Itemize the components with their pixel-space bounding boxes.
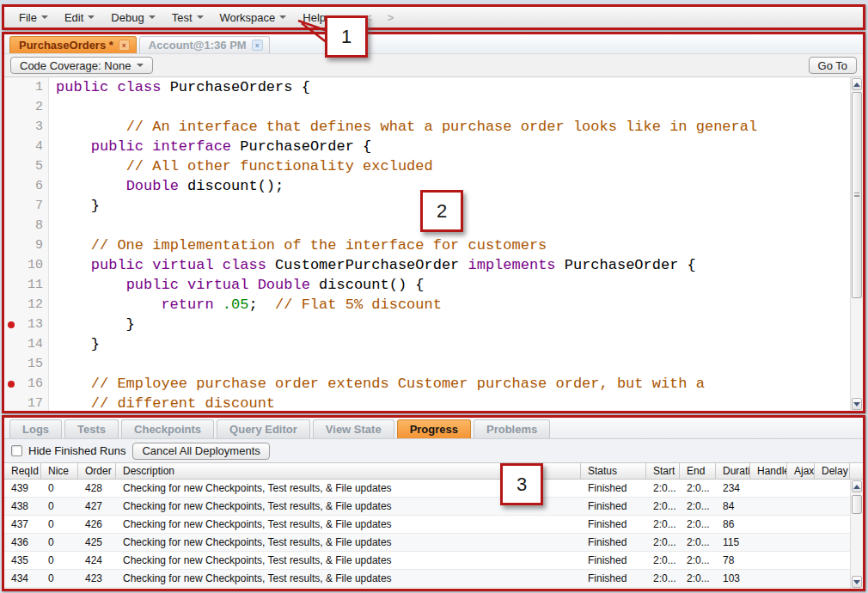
close-icon[interactable]: x — [252, 40, 263, 51]
scroll-up-icon[interactable] — [852, 78, 862, 90]
column-header-end[interactable]: End — [680, 463, 716, 479]
coverage-toolbar: Code Coverage: None Go To — [4, 53, 863, 77]
table-row[interactable]: 4390428Checking for new Checkpoints, Tes… — [4, 480, 863, 498]
column-header-ajax[interactable]: Ajax E — [787, 463, 815, 479]
tab-view-state[interactable]: View State — [313, 419, 394, 438]
line-number[interactable]: 14 — [4, 334, 48, 354]
code-token: public — [91, 138, 144, 155]
tab-query-editor[interactable]: Query Editor — [217, 419, 310, 438]
menu-label: Workspace — [220, 11, 276, 24]
line-number[interactable]: 17 — [4, 394, 48, 413]
line-number[interactable]: 7 — [4, 196, 48, 216]
line-number[interactable]: 5 — [4, 156, 48, 176]
code-coverage-label: Code Coverage: None — [20, 59, 131, 72]
scrollbar-thumb[interactable] — [852, 495, 862, 514]
table-row[interactable]: 4370426Checking for new Checkpoints, Tes… — [4, 516, 863, 534]
cell-order: 423 — [78, 570, 116, 587]
cell-duration: 103 — [716, 570, 750, 587]
menu-file[interactable]: File — [11, 9, 57, 27]
cell-ajax — [787, 570, 815, 587]
line-number[interactable]: 9 — [4, 235, 48, 255]
line-number[interactable]: 10 — [4, 255, 48, 275]
progress-toolbar: Hide Finished Runs Cancel All Deployment… — [4, 439, 863, 462]
code-line: public interface PurchaseOrder { — [56, 137, 850, 156]
column-header-reqid[interactable]: ReqId — [4, 463, 41, 479]
cell-reqid: 438 — [4, 498, 41, 515]
bottom-tab-strip: LogsTestsCheckpointsQuery EditorView Sta… — [4, 418, 863, 439]
line-number[interactable]: 11 — [4, 275, 48, 295]
menu-test[interactable]: Test — [164, 9, 212, 27]
hide-finished-runs-checkbox[interactable] — [11, 445, 22, 456]
line-number[interactable]: 6 — [4, 176, 48, 196]
editor-tab-0[interactable]: PurchaseOrders *x — [9, 36, 137, 53]
line-number[interactable]: 1 — [4, 77, 48, 97]
tab-problems[interactable]: Problems — [474, 419, 550, 438]
tab-logs[interactable]: Logs — [9, 419, 62, 438]
cell-start: 2:0... — [646, 516, 680, 533]
line-number[interactable]: 3 — [4, 117, 48, 137]
table-scrollbar[interactable] — [850, 480, 863, 589]
column-header-delay[interactable]: Delay — [815, 463, 850, 479]
table-row[interactable]: 4360425Checking for new Checkpoints, Tes… — [4, 534, 863, 552]
column-header-start[interactable]: Start — [646, 463, 680, 479]
table-row[interactable]: 4350424Checking for new Checkpoints, Tes… — [4, 552, 863, 570]
code-token: // Employee purchase order extends Custo… — [91, 376, 705, 392]
column-header-status[interactable]: Status — [581, 463, 646, 479]
history-forward-button[interactable]: > — [380, 11, 402, 24]
line-number[interactable]: 13 — [4, 315, 48, 334]
code-token: virtual — [152, 257, 213, 273]
editor-tab-1[interactable]: Account@1:36 PMx — [139, 36, 270, 53]
cell-start: 2:0... — [646, 570, 680, 587]
cell-handler — [750, 480, 787, 497]
code-token: class — [223, 257, 266, 273]
tab-checkpoints[interactable]: Checkpoints — [121, 419, 214, 438]
cancel-all-deployments-button[interactable]: Cancel All Deployments — [132, 443, 269, 460]
editor-scrollbar[interactable] — [850, 77, 863, 411]
cell-delay — [815, 498, 850, 515]
code-line: // One implementation of the interface f… — [56, 235, 850, 255]
cell-order: 427 — [78, 498, 116, 515]
code-token — [56, 178, 126, 194]
scroll-down-icon[interactable] — [852, 576, 862, 588]
line-number[interactable]: 16 — [4, 374, 48, 394]
cell-ajax — [787, 552, 815, 569]
code-coverage-dropdown[interactable]: Code Coverage: None — [10, 57, 153, 74]
menu-workspace[interactable]: Workspace — [212, 9, 296, 27]
goto-button[interactable]: Go To — [809, 57, 857, 74]
line-number[interactable]: 12 — [4, 295, 48, 315]
code-editor[interactable]: 1234567891011121314151617 public class P… — [4, 77, 863, 411]
code-token: PurchaseOrder { — [556, 257, 696, 273]
breakpoint-icon[interactable] — [8, 321, 15, 328]
scroll-up-icon[interactable] — [852, 480, 862, 492]
cell-end: 2:0... — [680, 498, 716, 515]
tab-tests[interactable]: Tests — [64, 419, 119, 438]
table-row[interactable]: 4340423Checking for new Checkpoints, Tes… — [4, 570, 863, 588]
column-header-handler[interactable]: Handler — [750, 463, 787, 479]
menu-edit[interactable]: Edit — [57, 9, 103, 27]
line-number[interactable]: 2 — [4, 97, 48, 117]
code-token — [144, 257, 152, 273]
line-number[interactable]: 15 — [4, 354, 48, 374]
cell-order: 424 — [78, 552, 116, 569]
cell-description: Checking for new Checkpoints, Test resul… — [116, 552, 581, 569]
table-row[interactable]: 4380427Checking for new Checkpoints, Tes… — [4, 498, 863, 516]
line-number-gutter[interactable]: 1234567891011121314151617 — [4, 77, 49, 411]
code-token: Double — [258, 277, 310, 293]
menu-debug[interactable]: Debug — [103, 9, 163, 27]
code-token: ; — [248, 296, 275, 313]
menu-bar: FileEditDebugTestWorkspaceHelp<> — [4, 7, 863, 28]
code-text[interactable]: public class PurchaseOrders { // An inte… — [50, 77, 850, 411]
line-number[interactable]: 8 — [4, 216, 48, 235]
cell-handler — [750, 516, 787, 533]
scrollbar-thumb[interactable] — [852, 92, 862, 298]
column-header-duration[interactable]: Duratio — [716, 463, 750, 479]
column-header-nice[interactable]: Nice — [41, 463, 78, 479]
close-icon[interactable]: x — [119, 40, 130, 51]
column-header-order[interactable]: Order — [78, 463, 116, 479]
breakpoint-icon[interactable] — [8, 381, 15, 388]
cell-reqid: 435 — [4, 552, 41, 569]
scroll-down-icon[interactable] — [852, 398, 862, 410]
callout-3: 3 — [500, 463, 543, 505]
line-number[interactable]: 4 — [4, 137, 48, 156]
tab-progress[interactable]: Progress — [397, 419, 471, 438]
